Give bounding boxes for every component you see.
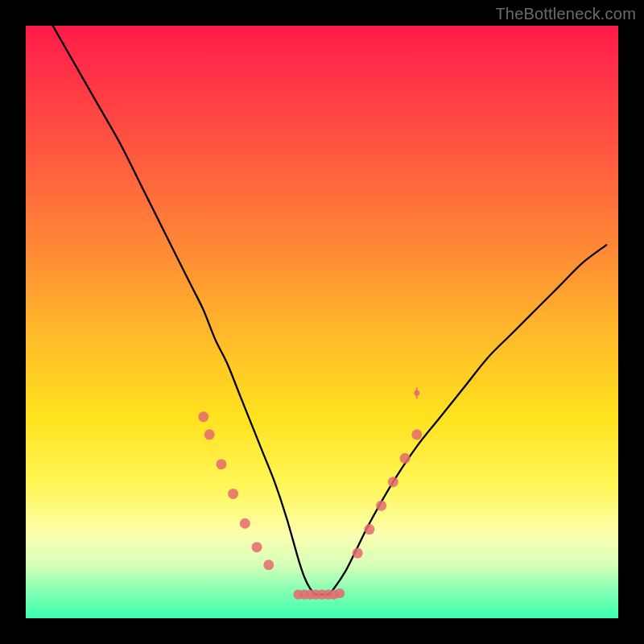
data-point-marker — [400, 453, 411, 464]
markers-left — [198, 411, 274, 570]
data-point-marker — [240, 518, 250, 529]
markers-right — [353, 429, 423, 558]
markers-valley — [293, 588, 345, 600]
data-point-marker — [216, 459, 226, 469]
data-point-marker — [411, 429, 422, 440]
bottleneck-curve — [49, 20, 606, 595]
data-point-marker — [376, 501, 386, 511]
watermark-text: TheBottleneck.com — [495, 5, 636, 23]
chart-svg — [26, 26, 618, 618]
data-point-marker — [198, 411, 208, 422]
marker-outlier-tick — [414, 387, 419, 398]
chart-frame: TheBottleneck.com — [0, 0, 644, 644]
data-point-marker — [204, 429, 215, 440]
outlier-dot — [414, 390, 419, 396]
data-point-marker — [263, 559, 274, 570]
data-point-marker — [228, 489, 238, 499]
data-point-marker — [388, 477, 398, 487]
data-point-marker — [252, 542, 262, 552]
plot-area — [26, 26, 618, 618]
data-point-marker — [364, 524, 374, 535]
data-point-marker — [353, 548, 363, 559]
data-point-marker — [335, 588, 345, 598]
